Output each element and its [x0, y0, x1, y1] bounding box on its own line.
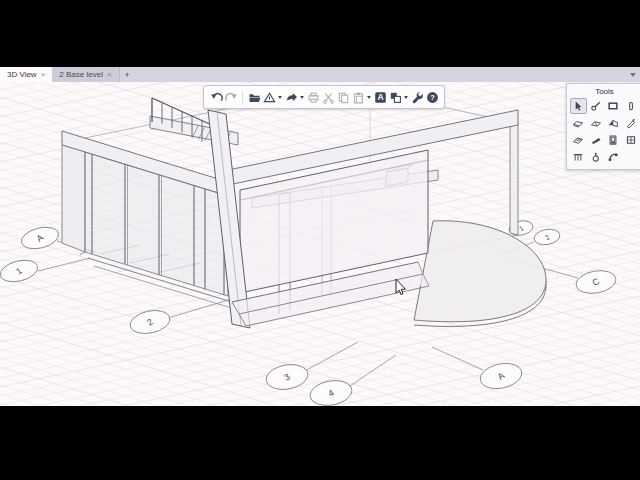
tool-door[interactable]: [605, 132, 622, 148]
right-wall-edge: [510, 123, 518, 235]
copy-properties-dropdown-caret[interactable]: [404, 96, 408, 99]
print-button[interactable]: [306, 89, 320, 105]
screen: 3D View × 2 Base level × + A21: [0, 0, 640, 480]
stair-tool-icon: [572, 134, 584, 146]
close-icon[interactable]: ×: [107, 71, 112, 79]
tab-base-level[interactable]: 2 Base level ×: [52, 67, 119, 82]
hand-tool-icon: [590, 151, 602, 163]
axis-bubble: C: [574, 268, 617, 297]
copy-icon: [337, 91, 350, 104]
redo-icon: [225, 91, 238, 104]
axis-bubble: 2: [128, 307, 172, 337]
ramp-tool-icon: [590, 134, 602, 146]
tool-stair[interactable]: [570, 132, 587, 148]
settings-button[interactable]: [410, 89, 424, 105]
cut-icon: [322, 91, 335, 104]
axis-bubble: 3: [264, 362, 310, 393]
print-icon: [307, 91, 320, 104]
open-project-icon: [248, 91, 261, 104]
chevron-down-icon: [630, 73, 636, 77]
copy-button[interactable]: [336, 89, 350, 105]
tab-label: 3D View: [7, 70, 37, 79]
paste-dropdown-caret[interactable]: [367, 96, 371, 99]
tab-overflow-button[interactable]: [626, 67, 640, 82]
undo-button[interactable]: [209, 89, 223, 105]
paste-icon: [352, 91, 365, 104]
letterbox-top: [0, 0, 640, 67]
pencil-tool-icon: [625, 117, 637, 129]
tab-3d-view[interactable]: 3D View ×: [0, 67, 52, 82]
tool-floor[interactable]: [570, 115, 587, 131]
floor-tool-icon: [572, 117, 584, 129]
app-window: 3D View × 2 Base level × + A21: [0, 67, 640, 406]
settings-wrench-icon: [411, 91, 424, 104]
open-project-button[interactable]: [247, 89, 261, 105]
share-icon: [285, 91, 298, 104]
axis-bubble: A: [19, 224, 61, 253]
window-tool-icon: [625, 134, 637, 146]
railing-tool-icon: [572, 151, 584, 163]
tool-wall[interactable]: [605, 98, 622, 114]
help-icon: ?: [426, 91, 439, 104]
svg-text:?: ?: [430, 93, 435, 102]
export-icon: [263, 91, 276, 104]
tab-bar: 3D View × 2 Base level × +: [0, 67, 640, 83]
roof-tool-icon: [607, 117, 619, 129]
pen-tool-icon: [590, 100, 602, 112]
tool-railing[interactable]: [570, 149, 587, 165]
tools-grid: [570, 98, 639, 165]
new-tab-button[interactable]: +: [120, 67, 135, 82]
building-model[interactable]: [62, 92, 546, 328]
tool-hand[interactable]: [588, 149, 605, 165]
export-dropdown-caret[interactable]: [278, 96, 282, 99]
undo-icon: [210, 91, 223, 104]
text-style-button[interactable]: A: [373, 89, 387, 105]
tools-panel-title: Tools: [570, 87, 639, 96]
close-icon[interactable]: ×: [41, 71, 46, 79]
wall-tool-icon: [607, 100, 619, 112]
tool-column[interactable]: [623, 98, 640, 114]
scene-canvas[interactable]: A21: [0, 82, 640, 406]
tools-panel: Tools: [566, 83, 640, 170]
letterbox-bottom: [0, 406, 640, 480]
axis-bubble: 2: [533, 227, 561, 246]
tab-label: 2 Base level: [59, 70, 103, 79]
slab-tool-icon: [590, 117, 602, 129]
main-toolbar: A ?: [203, 85, 445, 109]
tool-pen[interactable]: [588, 98, 605, 114]
select-cursor-icon: [572, 100, 584, 112]
door-tool-icon: [607, 134, 619, 146]
copy-properties-button[interactable]: [388, 89, 402, 105]
tool-window[interactable]: [623, 132, 640, 148]
toolbar-separator: [242, 91, 243, 103]
tool-pencil[interactable]: [623, 115, 640, 131]
help-button[interactable]: ?: [425, 89, 439, 105]
tool-roof[interactable]: [605, 115, 622, 131]
text-style-icon: A: [374, 91, 387, 104]
share-button[interactable]: [284, 89, 298, 105]
redo-button[interactable]: [224, 89, 238, 105]
tool-select[interactable]: [570, 98, 587, 114]
tool-ramp[interactable]: [588, 132, 605, 148]
copy-properties-icon: [389, 91, 402, 104]
viewport-3d[interactable]: A21: [0, 82, 640, 406]
share-dropdown-caret[interactable]: [300, 96, 304, 99]
tool-fixture[interactable]: [605, 149, 622, 165]
paste-button[interactable]: [351, 89, 365, 105]
export-button[interactable]: [262, 89, 276, 105]
tool-slab[interactable]: [588, 115, 605, 131]
wall-end: [62, 145, 85, 252]
svg-text:A: A: [377, 92, 383, 102]
fixture-tool-icon: [607, 151, 619, 163]
glass-wall: [80, 152, 238, 310]
cut-button[interactable]: [321, 89, 335, 105]
column-tool-icon: [625, 100, 637, 112]
